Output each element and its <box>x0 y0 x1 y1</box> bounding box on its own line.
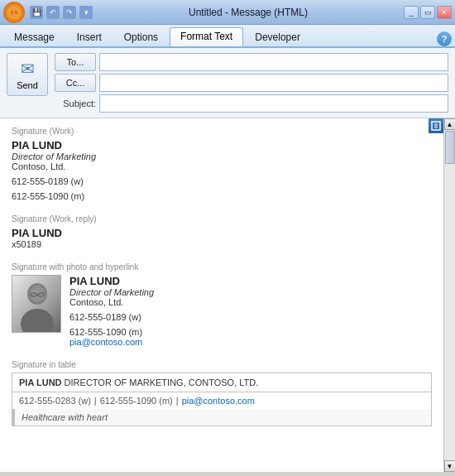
subject-label: Subject: <box>55 99 96 108</box>
sig-table-email[interactable]: pia@contoso.com <box>182 396 255 406</box>
sig-reply-name: PIA LUND <box>12 227 432 239</box>
ribbon: Message Insert Options Format Text Devel… <box>0 25 455 48</box>
corner-action-icon[interactable] <box>429 118 443 133</box>
sig-table-phone2: 612-555-1090 (m) <box>100 396 173 406</box>
compose-header: ✉ Send To... Cc... Subject: <box>0 48 455 118</box>
more-icon[interactable]: ▾ <box>79 6 93 19</box>
subject-input[interactable] <box>99 94 448 113</box>
sig-table-tagline: Healthcare with heart <box>12 409 431 426</box>
undo-icon[interactable]: ↶ <box>46 6 60 19</box>
sig-photo-phone1: 612-555-0189 (w) <box>69 312 154 322</box>
sig-work-title: Director of Marketing <box>12 151 432 161</box>
sig-work-company: Contoso, Ltd. <box>12 161 432 171</box>
sig-table-name: PIA LUND <box>19 377 62 387</box>
redo-icon[interactable]: ↷ <box>63 6 76 19</box>
sig-photo-phone2: 612-555-1090 (m) <box>69 327 154 337</box>
tab-insert[interactable]: Insert <box>66 28 113 46</box>
tab-developer[interactable]: Developer <box>244 28 311 46</box>
sig-table-label: Signature in table <box>12 360 432 369</box>
scroll-down-button[interactable]: ▼ <box>444 460 456 472</box>
restore-button[interactable]: ▭ <box>420 6 435 19</box>
save-icon[interactable]: 💾 <box>30 6 43 19</box>
sig-photo-company: Contoso, Ltd. <box>69 297 154 307</box>
window-title: Untitled - Message (HTML) <box>93 7 404 18</box>
window-controls: _ ▭ ✕ <box>404 6 452 19</box>
send-label: Send <box>17 80 38 90</box>
sig-table-title-upper: DIRECTOR OF MARKETING, CONTOSO, LTD. <box>65 377 259 387</box>
sig-work-phone1: 612-555-0189 (w) <box>12 176 432 186</box>
signature-photo: Signature with photo and hyperlink <box>12 262 432 347</box>
sig-photo-title: Director of Marketing <box>69 287 154 297</box>
send-button[interactable]: ✉ Send <box>7 53 48 96</box>
tab-message[interactable]: Message <box>3 28 65 46</box>
sig-photo-label: Signature with photo and hyperlink <box>12 262 432 272</box>
scroll-thumb[interactable] <box>445 131 455 164</box>
app-logo <box>3 2 25 23</box>
cc-button[interactable]: Cc... <box>55 74 96 92</box>
sig-table-sep1: | <box>94 396 97 406</box>
ribbon-tabs: Message Insert Options Format Text Devel… <box>0 25 455 46</box>
sig-photo-content: PIA LUND Director of Marketing Contoso, … <box>12 275 432 347</box>
sig-table-sep2: | <box>176 396 179 406</box>
title-bar: 💾 ↶ ↷ ▾ Untitled - Message (HTML) _ ▭ ✕ <box>0 0 455 25</box>
help-button[interactable]: ? <box>437 31 452 46</box>
tab-options[interactable]: Options <box>113 28 169 46</box>
scrollbar[interactable]: ▲ ▼ <box>443 118 455 472</box>
tab-format-text[interactable]: Format Text <box>170 27 243 46</box>
sig-table-top: PIA LUND DIRECTOR OF MARKETING, CONTOSO,… <box>12 373 431 392</box>
to-button[interactable]: To... <box>55 53 96 71</box>
send-icon: ✉ <box>21 59 35 79</box>
cc-input[interactable] <box>99 74 448 92</box>
cc-row: Cc... <box>55 74 448 92</box>
scroll-up-button[interactable]: ▲ <box>444 118 456 130</box>
close-button[interactable]: ✕ <box>437 6 452 19</box>
scroll-track[interactable] <box>444 130 455 460</box>
sig-work-phone2: 612-555-1090 (m) <box>12 191 432 201</box>
to-input[interactable] <box>99 53 448 71</box>
quick-access-toolbar: 💾 ↶ ↷ ▾ <box>30 6 93 19</box>
sig-work-name: PIA LUND <box>12 139 432 151</box>
sig-table: PIA LUND DIRECTOR OF MARKETING, CONTOSO,… <box>12 373 432 426</box>
sig-table-phone1: 612-555-0283 (w) <box>19 396 91 406</box>
sig-photo-image <box>12 275 61 333</box>
signature-work: Signature (Work) PIA LUND Director of Ma… <box>12 127 432 201</box>
sig-work-label: Signature (Work) <box>12 127 432 136</box>
sig-photo-email[interactable]: pia@contoso.com <box>69 337 154 347</box>
sig-reply-label: Signature (Work, reply) <box>12 214 432 224</box>
email-body-wrapper: Signature (Work) PIA LUND Director of Ma… <box>0 118 455 472</box>
address-fields: To... Cc... Subject: <box>55 53 448 113</box>
sig-reply-xid: x50189 <box>12 239 432 249</box>
signature-work-reply: Signature (Work, reply) PIA LUND x50189 <box>12 214 432 249</box>
sig-table-bottom: 612-555-0283 (w) | 612-555-1090 (m) | pi… <box>12 392 431 409</box>
minimize-button[interactable]: _ <box>404 6 419 19</box>
email-body[interactable]: Signature (Work) PIA LUND Director of Ma… <box>0 118 443 472</box>
sig-photo-name: PIA LUND <box>69 275 154 287</box>
sig-photo-text: PIA LUND Director of Marketing Contoso, … <box>69 275 154 347</box>
to-row: To... <box>55 53 448 71</box>
subject-row: Subject: <box>55 94 448 113</box>
signature-table: Signature in table PIA LUND DIRECTOR OF … <box>12 360 432 426</box>
